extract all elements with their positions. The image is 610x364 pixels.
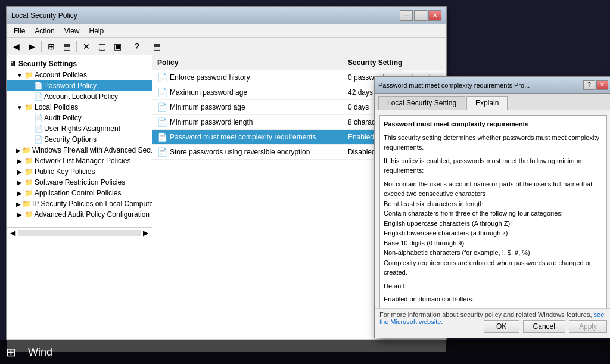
footer-info-label: For more information about security poli… bbox=[379, 311, 592, 318]
help-button[interactable]: ? bbox=[130, 39, 144, 54]
forward-button[interactable]: ▶ bbox=[24, 39, 39, 54]
policy-name-min-length: 📄 Minimum password length bbox=[152, 116, 343, 128]
column-headers: Policy Security Setting bbox=[152, 55, 446, 70]
window-controls: ─ □ ✕ bbox=[400, 10, 441, 21]
delete-button[interactable]: ✕ bbox=[79, 39, 94, 54]
cancel-button[interactable]: Cancel bbox=[523, 320, 565, 333]
advanced-audit-label: Advanced Audit Policy Configuration bbox=[35, 210, 150, 219]
tree-security-options[interactable]: 📄 Security Options bbox=[7, 134, 152, 145]
tree-panel: 🖥 Security Settings ▼ 📁 Account Policies… bbox=[7, 55, 152, 339]
tree-user-rights[interactable]: 📄 User Rights Assignment bbox=[7, 123, 152, 134]
explain-box[interactable]: Password must meet complexity requiremen… bbox=[379, 115, 607, 310]
dialog-content: Password must meet complexity requiremen… bbox=[375, 110, 610, 315]
policy-name-complexity: 📄 Password must meet complexity requirem… bbox=[152, 131, 343, 143]
maximize-button[interactable]: □ bbox=[414, 10, 427, 21]
toolbar-separator-1 bbox=[41, 41, 42, 52]
network-list-label: Network List Manager Policies bbox=[35, 157, 130, 165]
policy-name-enforce-history: 📄 Enforce password history bbox=[152, 71, 343, 83]
export-button[interactable]: ▣ bbox=[110, 39, 125, 54]
explain-para-4: Enabled on domain controllers. bbox=[384, 294, 603, 304]
options-icon: 📄 bbox=[34, 135, 43, 144]
audit-policy-label: Audit Policy bbox=[44, 114, 82, 122]
menu-action[interactable]: Action bbox=[30, 26, 59, 36]
ok-button[interactable]: OK bbox=[484, 320, 519, 333]
tab-local-security-setting[interactable]: Local Security Setting bbox=[378, 96, 465, 110]
policy-file-icon: 📄 bbox=[157, 88, 167, 97]
dialog-close-button[interactable]: ✕ bbox=[596, 80, 608, 90]
account-policies-label: Account Policies bbox=[35, 71, 87, 79]
close-button[interactable]: ✕ bbox=[428, 10, 441, 21]
explain-heading: Password must meet complexity requiremen… bbox=[384, 119, 603, 129]
dialog-titlebar: Password must meet complexity requiremen… bbox=[375, 77, 610, 94]
view-button[interactable]: ▤ bbox=[150, 39, 164, 54]
menu-file[interactable]: File bbox=[9, 26, 30, 36]
start-button[interactable]: ⊞ bbox=[6, 345, 16, 359]
tree-software-restriction[interactable]: ▶ 📁 Software Restriction Policies bbox=[7, 177, 152, 188]
appcontrol-icon: 📁 bbox=[24, 189, 33, 197]
lockout-icon: 📄 bbox=[34, 92, 43, 101]
dialog-tabs: Local Security Setting Explain bbox=[375, 94, 610, 110]
expand-arrow: ▼ bbox=[16, 72, 23, 79]
tree-audit-policy[interactable]: 📄 Audit Policy bbox=[7, 113, 152, 123]
policy-icon: 📄 bbox=[34, 82, 43, 90]
tree-password-policy[interactable]: 📄 Password Policy bbox=[7, 80, 152, 91]
account-lockout-label: Account Lockout Policy bbox=[44, 92, 118, 101]
expand-arrow: ▶ bbox=[16, 179, 23, 186]
menu-bar: File Action View Help bbox=[7, 24, 446, 38]
expand-arrow: ▶ bbox=[16, 201, 21, 207]
public-key-label: Public Key Policies bbox=[35, 167, 95, 176]
expand-arrow: ▶ bbox=[16, 147, 21, 154]
explain-para-2: Not contain the user's account name or p… bbox=[384, 179, 603, 278]
tree-ipsec[interactable]: ▶ 📁 IP Security Policies on Local Comput… bbox=[7, 198, 152, 209]
back-button[interactable]: ◀ bbox=[9, 39, 23, 54]
ipsec-label: IP Security Policies on Local Compute... bbox=[32, 200, 152, 208]
policy-file-icon: 📄 bbox=[157, 132, 167, 142]
tree-advanced-audit[interactable]: ▶ 📁 Advanced Audit Policy Configuration bbox=[7, 209, 152, 220]
tree-scroll-left[interactable]: ◀ bbox=[8, 229, 18, 237]
properties-button[interactable]: ▢ bbox=[95, 39, 109, 54]
toolbar-separator-2 bbox=[76, 41, 77, 52]
show-hide-button[interactable]: ▤ bbox=[60, 39, 74, 54]
firewall-icon: 📁 bbox=[22, 146, 31, 154]
policy-column-header[interactable]: Policy bbox=[152, 57, 343, 68]
dialog-help-button[interactable]: ? bbox=[583, 80, 595, 90]
tree-network-list[interactable]: ▶ 📁 Network List Manager Policies bbox=[7, 155, 152, 166]
dialog-footer: For more information about security poli… bbox=[375, 308, 610, 338]
local-policies-label: Local Policies bbox=[35, 103, 78, 111]
restriction-icon: 📁 bbox=[24, 178, 33, 186]
network-icon: 📁 bbox=[24, 157, 33, 165]
setting-column-header[interactable]: Security Setting bbox=[343, 57, 446, 68]
enforce-history-label: Enforce password history bbox=[170, 73, 250, 82]
security-settings-label: Security Settings bbox=[18, 60, 77, 68]
tree-local-policies[interactable]: ▼ 📁 Local Policies bbox=[7, 102, 152, 113]
expand-arrow: ▶ bbox=[16, 190, 23, 197]
security-options-label: Security Options bbox=[44, 135, 97, 144]
menu-view[interactable]: View bbox=[60, 26, 85, 36]
tree-root[interactable]: 🖥 Security Settings bbox=[7, 58, 152, 70]
complexity-label: Password must meet complexity requiremen… bbox=[170, 133, 316, 141]
tab-explain[interactable]: Explain bbox=[466, 96, 508, 110]
tree-app-control[interactable]: ▶ 📁 Application Control Policies bbox=[7, 188, 152, 198]
user-rights-label: User Rights Assignment bbox=[44, 125, 120, 133]
tree-windows-firewall[interactable]: ▶ 📁 Windows Firewall with Advanced Secu.… bbox=[7, 145, 152, 155]
tree-public-key[interactable]: ▶ 📁 Public Key Policies bbox=[7, 166, 152, 177]
pubkey-icon: 📁 bbox=[24, 167, 33, 176]
policy-name-min-age: 📄 Minimum password age bbox=[152, 101, 343, 113]
dialog-controls: ? ✕ bbox=[583, 80, 608, 90]
up-button[interactable]: ⊞ bbox=[44, 39, 58, 54]
tree-account-policies[interactable]: ▼ 📁 Account Policies bbox=[7, 70, 152, 80]
min-age-label: Minimum password age bbox=[170, 103, 245, 111]
expand-arrow: ▶ bbox=[16, 211, 23, 218]
policy-file-icon: 📄 bbox=[157, 73, 167, 82]
explain-para-1: If this policy is enabled, passwords mus… bbox=[384, 156, 603, 176]
tree-scroll-right[interactable]: ▶ bbox=[141, 229, 151, 237]
windows-logo-icon: ⊞ bbox=[6, 345, 16, 359]
explain-para-0: This security setting determines whether… bbox=[384, 133, 603, 153]
apply-button[interactable]: Apply bbox=[569, 320, 607, 333]
tree-account-lockout[interactable]: 📄 Account Lockout Policy bbox=[7, 91, 152, 102]
taskbar: ⊞ Wind bbox=[0, 340, 610, 364]
menu-help[interactable]: Help bbox=[85, 26, 109, 36]
minimize-button[interactable]: ─ bbox=[400, 10, 413, 21]
app-control-label: Application Control Policies bbox=[35, 189, 121, 197]
min-length-label: Minimum password length bbox=[170, 118, 253, 126]
